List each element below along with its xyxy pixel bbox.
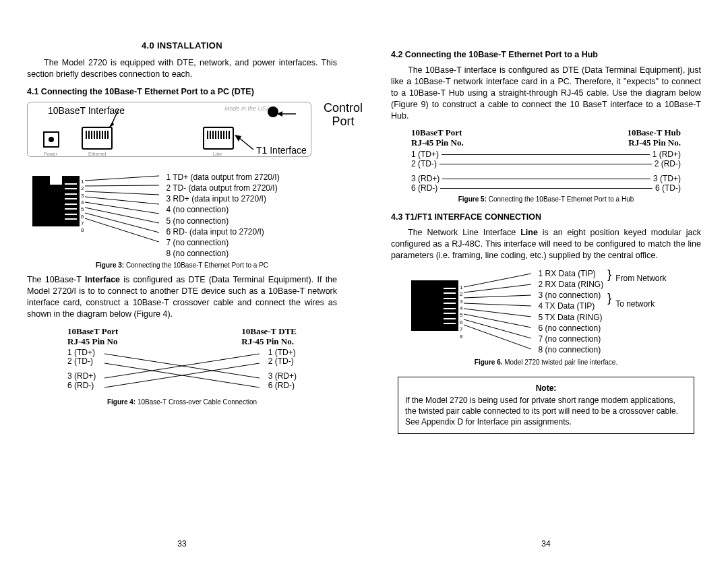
svg-line-18 <box>464 274 531 287</box>
page-number-33: 33 <box>177 539 186 549</box>
arrow-to-ethernet-icon <box>109 108 129 128</box>
brace-icons: } } <box>607 268 611 304</box>
control-port-label: Control Port <box>324 102 363 129</box>
svg-line-7 <box>85 185 159 186</box>
note-title: Note: <box>405 383 687 394</box>
power-con-icon <box>41 129 61 150</box>
crossover-lines-icon <box>104 351 260 393</box>
svg-line-24 <box>464 319 531 338</box>
subsection-4.3-title: 4.3 T1/FT1 INTERFACE CONNECTION <box>391 212 701 222</box>
svg-line-4 <box>239 137 253 150</box>
to-network-label: To network <box>615 299 666 309</box>
subsection-4.1-title: 4.1 Connecting the 10Base-T Ethernet Por… <box>27 87 337 96</box>
ethernet-jack-icon <box>82 127 113 150</box>
fig6-pin-numbers: 12345678 <box>460 284 462 340</box>
figure-5-caption: Figure 5: Connecting the 10Base-T Ethern… <box>391 195 701 203</box>
power-port-label: Power <box>44 152 57 156</box>
fig6-fanout-lines-icon <box>464 268 538 356</box>
svg-line-21 <box>464 303 531 306</box>
t1-interface-label: T1 Interface <box>256 145 307 156</box>
figure-3-caption: Figure 3: Connecting the 10Base-T Ethern… <box>27 261 337 269</box>
fig5-row-2: 2 (TD-)2 (RD-) <box>411 159 681 168</box>
svg-line-9 <box>85 197 159 204</box>
svg-line-11 <box>85 208 159 223</box>
page-number-34: 34 <box>541 539 550 549</box>
figure-6-diagram: 12345678 1 RX Data (TIP) 2 RX Data (RING… <box>411 268 701 356</box>
figure-4-caption: Figure 4: 10Base-T Cross-over Cable Conn… <box>27 398 337 406</box>
pin-numbers: 12345678 <box>81 179 84 235</box>
figure-6-caption: Figure 6. Model 2720 twisted pair line i… <box>391 358 701 366</box>
note-box: Note: If the Model 2720 is being used fo… <box>398 377 694 434</box>
arrow-to-control-icon <box>277 109 297 119</box>
svg-line-22 <box>464 309 531 317</box>
fig4-right-header: 10Base-T DTERJ-45 Pin No. <box>241 327 297 347</box>
page-33: 4.0 INSTALLATION The Model 2720 is equip… <box>0 0 364 562</box>
rj48c-jack-icon <box>411 280 458 331</box>
paragraph-4.1: The 10Base-T Interface is configured as … <box>27 274 337 320</box>
line-jack-icon <box>203 127 234 150</box>
note-text: If the Model 2720 is being used for priv… <box>405 395 687 428</box>
svg-line-20 <box>464 295 531 298</box>
fig3-pin-descriptions: 1 TD+ (data output from 2720/I) 2 TD- (d… <box>166 172 279 259</box>
figure-3-diagram: 12345678 1 TD+ (data output from 2720/I)… <box>32 170 337 259</box>
brace-labels: From Network To network <box>615 268 666 309</box>
fig5-left-header: 10BaseT PortRJ-45 Pin No. <box>411 128 464 148</box>
ethernet-port-label: Ethernet <box>88 152 106 156</box>
fig5-row-3: 3 (RD+)3 (TD+) <box>411 174 681 183</box>
section-4.0-title: 4.0 INSTALLATION <box>27 40 337 51</box>
svg-line-19 <box>464 284 531 292</box>
svg-line-13 <box>85 218 159 242</box>
svg-line-12 <box>85 213 159 232</box>
manual-pages: 4.0 INSTALLATION The Model 2720 is equip… <box>0 0 728 562</box>
svg-line-8 <box>85 191 159 195</box>
fig5-right-header: 10Base-T HubRJ-45 Pin No. <box>627 128 681 148</box>
intro-paragraph: The Model 2720 is equipped with DTE, net… <box>27 57 337 80</box>
made-in-usa-label: Made in the USA <box>224 105 270 112</box>
svg-line-25 <box>464 325 531 349</box>
fig5-row-4: 6 (RD-)6 (TD-) <box>411 183 681 193</box>
svg-line-10 <box>85 202 159 214</box>
subsection-4.2-title: 4.2 Connecting the 10Base-T Ethernet Por… <box>391 50 701 59</box>
svg-marker-3 <box>277 111 282 117</box>
arrow-to-t1-icon <box>235 135 255 152</box>
figure-5-table: 10BaseT PortRJ-45 Pin No. 10Base-T HubRJ… <box>411 128 681 193</box>
fig5-row-1: 1 (TD+)1 (RD+) <box>411 150 681 159</box>
line-port-label: Line <box>213 152 222 156</box>
svg-marker-5 <box>235 135 241 142</box>
fig3-fanout-lines-icon <box>85 170 166 245</box>
fig6-pin-descriptions: 1 RX Data (TIP) 2 RX Data (RING) 3 (no c… <box>538 268 603 356</box>
paragraph-4.2: The 10Base-T interface is configured as … <box>391 65 701 121</box>
svg-line-6 <box>85 176 159 181</box>
svg-line-23 <box>464 314 531 327</box>
rj45-icon <box>32 176 80 226</box>
fig4-left-header: 10BaseT PortRJ-45 Pin No <box>67 327 118 347</box>
from-network-label: From Network <box>615 274 666 283</box>
page-34: 4.2 Connecting the 10Base-T Ethernet Por… <box>364 0 728 562</box>
figure-4-table: 10BaseT PortRJ-45 Pin No 10Base-T DTERJ-… <box>67 327 297 396</box>
paragraph-4.3: The Network Line Interface Line is an ei… <box>391 227 701 261</box>
